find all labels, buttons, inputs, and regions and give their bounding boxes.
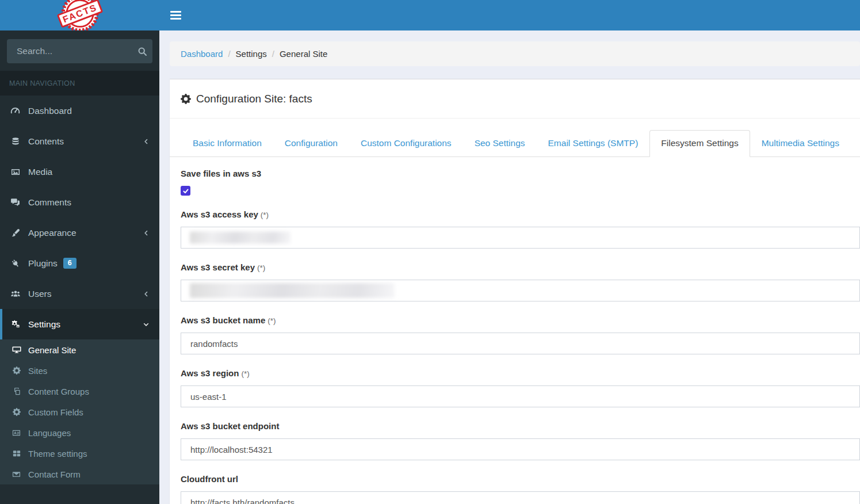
page-title: Configuration Site: facts [196, 93, 312, 105]
submenu-item-languages[interactable]: Languages [0, 422, 159, 443]
submenu-item-label: Content Groups [28, 387, 89, 396]
required-mark: (*) [267, 316, 276, 325]
required-mark: (*) [241, 369, 249, 378]
sidebar-item-label: Dashboard [28, 106, 72, 116]
submenu-item-label: Languages [28, 428, 71, 438]
comments-icon [9, 197, 21, 207]
image-icon [9, 167, 21, 177]
panel-header: Configuration Site: facts [170, 79, 860, 119]
sidebar-search [0, 30, 159, 71]
gear-icon [11, 408, 22, 416]
field-label: Aws s3 region [181, 368, 239, 378]
search-button[interactable] [132, 39, 152, 63]
redacted-value [190, 232, 291, 244]
breadcrumb-separator: / [272, 49, 274, 59]
tab-basic-information[interactable]: Basic Information [181, 130, 273, 156]
aws-s3-region-input[interactable] [181, 385, 860, 407]
form-group-aws-s3-access-key: Aws s3 access key(*) [181, 209, 860, 249]
submenu-item-label: Sites [28, 366, 47, 376]
submenu-item-label: Contact Form [28, 469, 81, 479]
settings-tabs: Basic Information Configuration Custom C… [170, 119, 860, 157]
tab-email-settings-smtp[interactable]: Email Settings (SMTP) [537, 130, 650, 156]
main-area: Dashboard / Settings / General Site Conf… [159, 0, 860, 504]
sidebar-item-settings[interactable]: Settings [0, 309, 159, 339]
field-label: Aws s3 access key [181, 209, 258, 219]
tab-custom-configurations[interactable]: Custom Configurations [349, 130, 463, 156]
sidebar-section-header: MAIN NAVIGATION [0, 71, 159, 96]
chevron-left-icon [143, 230, 150, 236]
magnifier-icon [137, 47, 147, 56]
field-label: Aws s3 bucket endpoint [181, 421, 860, 431]
submenu-item-custom-fields[interactable]: Custom Fields [0, 402, 159, 422]
sidebar-item-plugins[interactable]: Plugins 6 [0, 248, 159, 278]
settings-submenu: General Site Sites Content Groups [0, 339, 159, 484]
chevron-left-icon [143, 291, 150, 297]
search-input[interactable] [7, 46, 132, 56]
filesystem-settings-form: Save files in aws s3 Aws s3 access key(*… [170, 157, 860, 504]
breadcrumb-separator: / [228, 49, 230, 59]
tab-filesystem-settings[interactable]: Filesystem Settings [649, 130, 750, 157]
gear-icon [181, 94, 191, 104]
sidebar-item-label: Media [28, 167, 52, 177]
sidebar-nav: Dashboard Contents [0, 96, 159, 504]
save-files-aws-s3-checkbox[interactable] [181, 186, 190, 196]
configuration-panel: Configuration Site: facts Basic Informat… [170, 79, 860, 504]
submenu-item-theme-settings[interactable]: Theme settings [0, 443, 159, 464]
sidebar-item-appearance[interactable]: Appearance [0, 217, 159, 248]
copy-icon [11, 387, 22, 395]
breadcrumb-dashboard-link[interactable]: Dashboard [181, 49, 223, 59]
grid-icon [11, 449, 22, 457]
top-navbar [159, 0, 860, 30]
form-group-aws-s3-bucket-name: Aws s3 bucket name(*) [181, 315, 860, 354]
sidebar-item-label: Settings [28, 319, 60, 330]
field-label: Aws s3 bucket name [181, 315, 265, 325]
chevron-left-icon [143, 138, 150, 145]
language-icon [11, 429, 22, 437]
required-mark: (*) [257, 264, 265, 272]
chevron-down-icon [143, 321, 150, 328]
submenu-item-content-groups[interactable]: Content Groups [0, 381, 159, 402]
sidebar-item-label: Users [28, 289, 51, 299]
sidebar-item-label: Comments [28, 197, 71, 208]
required-mark: (*) [261, 211, 269, 219]
field-label: Save files in aws s3 [181, 169, 860, 178]
form-group-aws-s3-region: Aws s3 region(*) [181, 368, 860, 407]
field-label: Cloudfront url [181, 474, 860, 484]
sidebar-item-dashboard[interactable]: Dashboard [0, 96, 159, 126]
tachometer-icon [9, 106, 21, 116]
tab-configuration[interactable]: Configuration [273, 130, 349, 156]
logo-area[interactable]: FACTS [0, 0, 159, 30]
field-label: Aws s3 secret key [181, 262, 255, 272]
submenu-item-sites[interactable]: Sites [0, 360, 159, 381]
paint-brush-icon [9, 228, 21, 238]
aws-s3-bucket-name-input[interactable] [181, 333, 860, 354]
sidebar-item-users[interactable]: Users [0, 278, 159, 309]
plug-icon [9, 259, 21, 268]
gear-icon [11, 366, 22, 375]
sidebar-toggle-hamburger-icon[interactable] [170, 3, 194, 28]
aws-s3-bucket-endpoint-input[interactable] [181, 438, 860, 460]
sidebar-item-contents[interactable]: Contents [0, 126, 159, 156]
sidebar-item-label: Contents [28, 136, 64, 147]
breadcrumb-general-site: General Site [280, 49, 327, 59]
tab-multimedia-settings[interactable]: Multimedia Settings [750, 130, 851, 156]
content-area: Dashboard / Settings / General Site Conf… [159, 30, 860, 504]
tab-seo-settings[interactable]: Seo Settings [463, 130, 537, 156]
submenu-item-label: Theme settings [28, 449, 87, 459]
desktop-icon [11, 345, 22, 354]
submenu-item-general-site[interactable]: General Site [0, 339, 159, 360]
sidebar-item-media[interactable]: Media [0, 156, 159, 187]
form-group-cloudfront-url: Cloudfront url [181, 474, 860, 504]
sidebar: FACTS MAIN NAVIGATION [0, 0, 159, 504]
form-group-aws-s3-bucket-endpoint: Aws s3 bucket endpoint [181, 421, 860, 460]
gears-icon [9, 319, 21, 329]
submenu-item-label: General Site [28, 345, 76, 355]
plugins-count-badge: 6 [63, 258, 77, 269]
redacted-value [190, 283, 395, 298]
users-icon [9, 289, 21, 299]
sidebar-item-label: Appearance [28, 228, 77, 238]
submenu-item-contact-form[interactable]: Contact Form [0, 464, 159, 484]
sidebar-item-comments[interactable]: Comments [0, 187, 159, 217]
cloudfront-url-input[interactable] [181, 491, 860, 504]
form-group-save-files-aws-s3: Save files in aws s3 [181, 169, 860, 196]
